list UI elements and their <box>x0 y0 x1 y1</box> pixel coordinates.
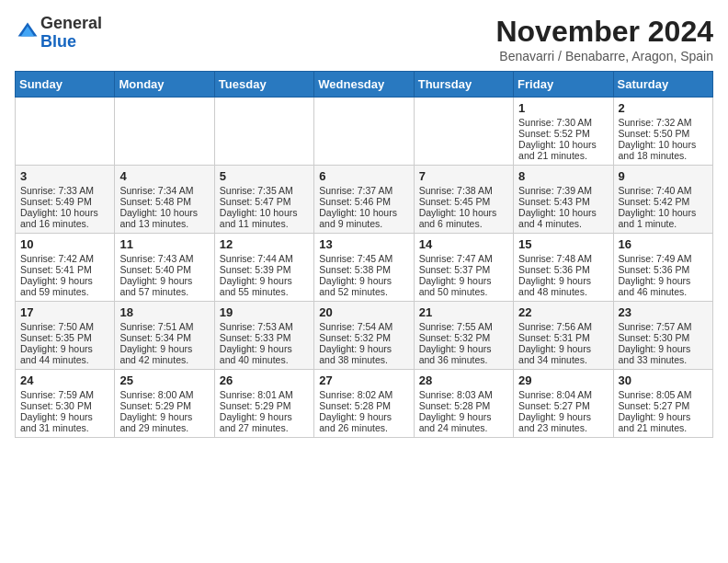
day-info: Sunrise: 7:35 AM Sunset: 5:47 PM Dayligh… <box>220 185 298 229</box>
calendar-cell: 8Sunrise: 7:39 AM Sunset: 5:43 PM Daylig… <box>514 166 613 234</box>
day-number: 28 <box>419 373 508 387</box>
day-info: Sunrise: 7:39 AM Sunset: 5:43 PM Dayligh… <box>518 185 597 229</box>
day-info: Sunrise: 8:01 AM Sunset: 5:29 PM Dayligh… <box>220 389 293 433</box>
day-info: Sunrise: 7:45 AM Sunset: 5:38 PM Dayligh… <box>319 253 392 297</box>
weekday-header-tuesday: Tuesday <box>214 72 313 98</box>
logo-blue-text: Blue <box>40 32 76 51</box>
day-info: Sunrise: 7:37 AM Sunset: 5:46 PM Dayligh… <box>319 185 397 229</box>
logo-icon <box>17 20 39 42</box>
day-info: Sunrise: 7:49 AM Sunset: 5:36 PM Dayligh… <box>619 253 692 297</box>
calendar-table: SundayMondayTuesdayWednesdayThursdayFrid… <box>15 71 713 438</box>
day-info: Sunrise: 7:57 AM Sunset: 5:30 PM Dayligh… <box>619 321 692 365</box>
day-number: 7 <box>419 169 508 183</box>
calendar-cell: 5Sunrise: 7:35 AM Sunset: 5:47 PM Daylig… <box>214 166 313 234</box>
day-number: 19 <box>220 305 309 319</box>
logo-general-text: General <box>40 14 102 32</box>
title-block: November 2024 Benavarri / Benabarre, Ara… <box>495 15 713 63</box>
calendar-cell: 30Sunrise: 8:05 AM Sunset: 5:27 PM Dayli… <box>613 370 712 438</box>
calendar-cell: 18Sunrise: 7:51 AM Sunset: 5:34 PM Dayli… <box>115 302 214 370</box>
calendar-cell: 29Sunrise: 8:04 AM Sunset: 5:27 PM Dayli… <box>514 370 613 438</box>
calendar-cell: 1Sunrise: 7:30 AM Sunset: 5:52 PM Daylig… <box>514 98 613 166</box>
calendar-cell: 23Sunrise: 7:57 AM Sunset: 5:30 PM Dayli… <box>613 302 712 370</box>
calendar-cell: 10Sunrise: 7:42 AM Sunset: 5:41 PM Dayli… <box>16 234 115 302</box>
logo: General Blue <box>15 15 102 52</box>
day-number: 30 <box>619 373 708 387</box>
calendar-cell: 26Sunrise: 8:01 AM Sunset: 5:29 PM Dayli… <box>214 370 313 438</box>
calendar-cell <box>214 98 313 166</box>
day-number: 22 <box>518 305 608 319</box>
day-number: 23 <box>619 305 708 319</box>
day-number: 3 <box>20 169 109 183</box>
location-text: Benavarri / Benabarre, Aragon, Spain <box>495 49 713 63</box>
day-info: Sunrise: 7:47 AM Sunset: 5:37 PM Dayligh… <box>419 253 493 297</box>
day-number: 17 <box>20 305 109 319</box>
day-info: Sunrise: 8:05 AM Sunset: 5:27 PM Dayligh… <box>619 389 692 433</box>
day-number: 21 <box>419 305 508 319</box>
calendar-cell: 15Sunrise: 7:48 AM Sunset: 5:36 PM Dayli… <box>514 234 613 302</box>
calendar-cell: 16Sunrise: 7:49 AM Sunset: 5:36 PM Dayli… <box>613 234 712 302</box>
day-info: Sunrise: 7:43 AM Sunset: 5:40 PM Dayligh… <box>119 253 193 297</box>
day-number: 18 <box>119 305 209 319</box>
day-info: Sunrise: 8:00 AM Sunset: 5:29 PM Dayligh… <box>119 389 193 433</box>
day-info: Sunrise: 7:38 AM Sunset: 5:45 PM Dayligh… <box>419 185 497 229</box>
weekday-header-friday: Friday <box>514 72 613 98</box>
calendar-cell: 3Sunrise: 7:33 AM Sunset: 5:49 PM Daylig… <box>16 166 115 234</box>
day-info: Sunrise: 7:54 AM Sunset: 5:32 PM Dayligh… <box>319 321 392 365</box>
calendar-week-row: 10Sunrise: 7:42 AM Sunset: 5:41 PM Dayli… <box>16 234 713 302</box>
calendar-week-row: 1Sunrise: 7:30 AM Sunset: 5:52 PM Daylig… <box>16 98 713 166</box>
day-number: 12 <box>220 237 309 251</box>
month-title: November 2024 <box>495 15 713 49</box>
calendar-week-row: 24Sunrise: 7:59 AM Sunset: 5:30 PM Dayli… <box>16 370 713 438</box>
calendar-cell <box>16 98 115 166</box>
weekday-header-wednesday: Wednesday <box>314 72 414 98</box>
calendar-cell: 13Sunrise: 7:45 AM Sunset: 5:38 PM Dayli… <box>314 234 414 302</box>
day-number: 10 <box>20 237 109 251</box>
day-number: 25 <box>119 373 209 387</box>
calendar-cell: 9Sunrise: 7:40 AM Sunset: 5:42 PM Daylig… <box>613 166 712 234</box>
calendar-cell: 12Sunrise: 7:44 AM Sunset: 5:39 PM Dayli… <box>214 234 313 302</box>
day-info: Sunrise: 7:50 AM Sunset: 5:35 PM Dayligh… <box>20 321 94 365</box>
calendar-cell: 2Sunrise: 7:32 AM Sunset: 5:50 PM Daylig… <box>613 98 712 166</box>
weekday-header-thursday: Thursday <box>414 72 513 98</box>
day-number: 1 <box>518 101 608 115</box>
weekday-header-sunday: Sunday <box>16 72 115 98</box>
calendar-cell <box>115 98 214 166</box>
day-number: 29 <box>518 373 608 387</box>
day-number: 26 <box>220 373 309 387</box>
day-number: 20 <box>319 305 408 319</box>
calendar-cell: 7Sunrise: 7:38 AM Sunset: 5:45 PM Daylig… <box>414 166 513 234</box>
day-info: Sunrise: 7:56 AM Sunset: 5:31 PM Dayligh… <box>518 321 592 365</box>
day-info: Sunrise: 7:44 AM Sunset: 5:39 PM Dayligh… <box>220 253 293 297</box>
calendar-cell: 14Sunrise: 7:47 AM Sunset: 5:37 PM Dayli… <box>414 234 513 302</box>
page-header: General Blue November 2024 Benavarri / B… <box>15 15 713 63</box>
day-info: Sunrise: 7:33 AM Sunset: 5:49 PM Dayligh… <box>20 185 98 229</box>
day-number: 14 <box>419 237 508 251</box>
calendar-cell <box>314 98 414 166</box>
calendar-cell: 6Sunrise: 7:37 AM Sunset: 5:46 PM Daylig… <box>314 166 414 234</box>
day-info: Sunrise: 7:59 AM Sunset: 5:30 PM Dayligh… <box>20 389 94 433</box>
day-info: Sunrise: 7:42 AM Sunset: 5:41 PM Dayligh… <box>20 253 94 297</box>
day-info: Sunrise: 7:55 AM Sunset: 5:32 PM Dayligh… <box>419 321 493 365</box>
day-number: 8 <box>518 169 608 183</box>
day-info: Sunrise: 8:02 AM Sunset: 5:28 PM Dayligh… <box>319 389 392 433</box>
weekday-header-row: SundayMondayTuesdayWednesdayThursdayFrid… <box>16 72 713 98</box>
day-number: 6 <box>319 169 408 183</box>
calendar-cell: 24Sunrise: 7:59 AM Sunset: 5:30 PM Dayli… <box>16 370 115 438</box>
day-number: 11 <box>119 237 209 251</box>
calendar-cell: 21Sunrise: 7:55 AM Sunset: 5:32 PM Dayli… <box>414 302 513 370</box>
day-number: 15 <box>518 237 608 251</box>
calendar-cell: 4Sunrise: 7:34 AM Sunset: 5:48 PM Daylig… <box>115 166 214 234</box>
calendar-cell: 27Sunrise: 8:02 AM Sunset: 5:28 PM Dayli… <box>314 370 414 438</box>
day-info: Sunrise: 8:04 AM Sunset: 5:27 PM Dayligh… <box>518 389 592 433</box>
calendar-cell: 28Sunrise: 8:03 AM Sunset: 5:28 PM Dayli… <box>414 370 513 438</box>
day-info: Sunrise: 8:03 AM Sunset: 5:28 PM Dayligh… <box>419 389 493 433</box>
day-number: 24 <box>20 373 109 387</box>
calendar-cell: 20Sunrise: 7:54 AM Sunset: 5:32 PM Dayli… <box>314 302 414 370</box>
day-info: Sunrise: 7:53 AM Sunset: 5:33 PM Dayligh… <box>220 321 293 365</box>
day-number: 2 <box>619 101 708 115</box>
day-info: Sunrise: 7:40 AM Sunset: 5:42 PM Dayligh… <box>619 185 697 229</box>
calendar-cell: 25Sunrise: 8:00 AM Sunset: 5:29 PM Dayli… <box>115 370 214 438</box>
calendar-cell: 11Sunrise: 7:43 AM Sunset: 5:40 PM Dayli… <box>115 234 214 302</box>
day-number: 4 <box>119 169 209 183</box>
day-info: Sunrise: 7:32 AM Sunset: 5:50 PM Dayligh… <box>619 117 697 161</box>
